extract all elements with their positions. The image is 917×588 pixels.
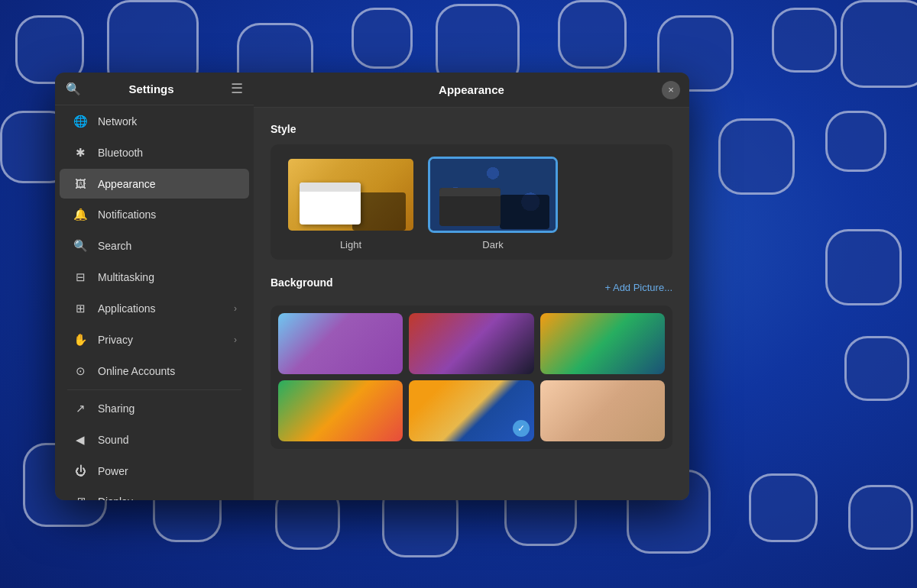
light-label: Light [340, 239, 361, 250]
sidebar-item-label-network: Network [98, 115, 237, 128]
sidebar-item-label-notifications: Notifications [98, 208, 237, 221]
sound-icon: ◀ [72, 433, 89, 447]
close-button[interactable]: × [662, 81, 680, 99]
sidebar-header: 🔍 Settings ☰ [55, 73, 254, 105]
dark-thumb-bg [430, 159, 556, 231]
search-icon: 🔍 [72, 239, 89, 253]
display-icon: 🖥 [72, 495, 89, 500]
sidebar-item-power[interactable]: ⏻Power [60, 456, 249, 486]
wallpaper-grid [271, 305, 672, 449]
online-accounts-icon: ⊙ [72, 364, 89, 378]
sidebar-item-sharing[interactable]: ↗Sharing [60, 393, 249, 424]
dark-thumb-shadow [500, 195, 549, 229]
bluetooth-icon: ✱ [72, 146, 89, 160]
network-icon: 🌐 [72, 115, 89, 128]
wallpaper-wp1[interactable] [278, 313, 403, 374]
main-header: Appearance × [254, 73, 689, 108]
dark-label: Dark [482, 239, 503, 250]
sidebar-item-label-applications: Applications [98, 302, 234, 315]
sidebar-item-privacy[interactable]: ✋Privacy› [60, 325, 249, 355]
dark-thumb-window [439, 188, 501, 226]
sidebar-items-list: 🌐Network✱Bluetooth🖼Appearance🔔Notificati… [55, 105, 254, 500]
wallpaper-wp5[interactable] [409, 380, 533, 441]
content-area: Style Light [254, 108, 689, 500]
settings-window: 🔍 Settings ☰ 🌐Network✱Bluetooth🖼Appearan… [55, 73, 689, 500]
sidebar-item-label-search: Search [98, 240, 237, 252]
privacy-icon: ✋ [72, 333, 89, 347]
appearance-icon: 🖼 [72, 177, 89, 190]
background-header: Background + Add Picture... [271, 276, 672, 298]
style-section-title: Style [271, 123, 672, 135]
sidebar-title: Settings [87, 82, 215, 95]
sidebar-divider-3 [67, 389, 241, 390]
sidebar-item-multitasking[interactable]: ⊟Multitasking [60, 262, 249, 292]
sidebar-item-bluetooth[interactable]: ✱Bluetooth [60, 137, 249, 168]
wallpaper-wp4[interactable] [278, 380, 403, 441]
sidebar-item-label-display: Display [98, 496, 237, 501]
sidebar-item-sound[interactable]: ◀Sound [60, 425, 249, 455]
sidebar-item-notifications[interactable]: 🔔Notifications [60, 199, 249, 230]
wallpaper-wp6[interactable] [540, 380, 665, 441]
sidebar-item-display[interactable]: 🖥Display [60, 486, 249, 500]
applications-icon: ⊞ [72, 302, 89, 315]
wallpaper-wp2[interactable] [409, 313, 533, 374]
light-thumb-bg [288, 159, 413, 231]
light-thumb-window [300, 183, 361, 225]
power-icon: ⏻ [72, 464, 89, 477]
add-picture-button[interactable]: + Add Picture... [604, 282, 672, 293]
dark-thumb [428, 157, 558, 233]
background-section: Background + Add Picture... [271, 276, 672, 449]
style-cards: Light Dark [271, 144, 672, 260]
sidebar-item-label-privacy: Privacy [98, 334, 234, 346]
menu-icon[interactable]: ☰ [231, 80, 243, 97]
sidebar-item-label-bluetooth: Bluetooth [98, 147, 237, 159]
search-icon[interactable]: 🔍 [66, 82, 81, 96]
style-option-light[interactable]: Light [286, 157, 416, 250]
sidebar-item-label-sound: Sound [98, 434, 237, 446]
style-option-dark[interactable]: Dark [428, 157, 558, 250]
privacy-arrow-icon: › [234, 334, 237, 345]
sidebar-item-label-online-accounts: Online Accounts [98, 365, 237, 377]
wallpaper-wp3[interactable] [540, 313, 665, 374]
main-content: Appearance × Style Light [254, 73, 689, 500]
applications-arrow-icon: › [234, 303, 237, 314]
panel-title: Appearance [439, 83, 504, 96]
style-section: Style Light [271, 123, 672, 260]
sidebar-item-online-accounts[interactable]: ⊙Online Accounts [60, 356, 249, 386]
sidebar-item-appearance[interactable]: 🖼Appearance [60, 169, 249, 199]
sidebar: 🔍 Settings ☰ 🌐Network✱Bluetooth🖼Appearan… [55, 73, 254, 500]
sidebar-item-label-appearance: Appearance [98, 178, 237, 190]
sharing-icon: ↗ [72, 402, 89, 415]
multitasking-icon: ⊟ [72, 270, 89, 284]
sidebar-item-label-power: Power [98, 465, 237, 477]
sidebar-item-label-sharing: Sharing [98, 402, 237, 415]
sidebar-item-applications[interactable]: ⊞Applications› [60, 293, 249, 324]
sidebar-item-search[interactable]: 🔍Search [60, 231, 249, 261]
sidebar-item-label-multitasking: Multitasking [98, 271, 237, 283]
light-thumb [286, 157, 416, 233]
background-section-title: Background [271, 276, 333, 289]
sidebar-item-network[interactable]: 🌐Network [60, 106, 249, 137]
notifications-icon: 🔔 [72, 208, 89, 221]
